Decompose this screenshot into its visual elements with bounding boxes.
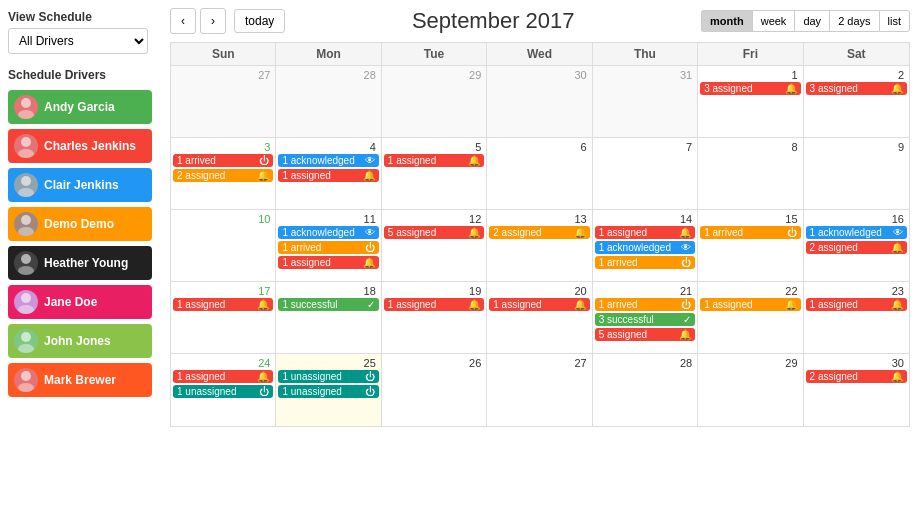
calendar-event[interactable]: 1 unassigned⏻ bbox=[278, 385, 378, 398]
cal-cell[interactable]: 10 bbox=[171, 210, 276, 282]
cal-cell[interactable]: 26 bbox=[382, 354, 487, 426]
calendar-event[interactable]: 1 acknowledged👁 bbox=[278, 154, 378, 167]
cal-cell[interactable]: 13 assigned🔔 bbox=[698, 66, 803, 138]
svg-point-1 bbox=[18, 110, 34, 119]
calendar-event[interactable]: 1 assigned🔔 bbox=[489, 298, 589, 311]
view-btn-day[interactable]: day bbox=[794, 10, 829, 32]
svg-point-4 bbox=[21, 176, 31, 186]
event-label: 1 assigned bbox=[493, 299, 570, 310]
calendar-event[interactable]: 2 assigned🔔 bbox=[806, 241, 907, 254]
calendar-event[interactable]: 1 acknowledged👁 bbox=[595, 241, 695, 254]
cal-cell[interactable]: 191 assigned🔔 bbox=[382, 282, 487, 354]
event-label: 1 assigned bbox=[282, 257, 359, 268]
driver-item[interactable]: John Jones bbox=[8, 324, 152, 358]
calendar-event[interactable]: 1 arrived⏻ bbox=[173, 154, 273, 167]
calendar-event[interactable]: 1 assigned🔔 bbox=[278, 256, 378, 269]
cal-cell[interactable]: 9 bbox=[804, 138, 909, 210]
cal-cell[interactable]: 132 assigned🔔 bbox=[487, 210, 592, 282]
calendar-event[interactable]: 1 assigned🔔 bbox=[595, 226, 695, 239]
today-button[interactable]: today bbox=[234, 9, 285, 33]
event-icon: 🔔 bbox=[574, 227, 586, 238]
calendar-event[interactable]: 1 arrived⏻ bbox=[595, 256, 695, 269]
driver-item[interactable]: Jane Doe bbox=[8, 285, 152, 319]
calendar-event[interactable]: 1 assigned🔔 bbox=[700, 298, 800, 311]
calendar-event[interactable]: 1 unassigned⏻ bbox=[173, 385, 273, 398]
cal-cell[interactable]: 181 successful✓ bbox=[276, 282, 381, 354]
prev-button[interactable]: ‹ bbox=[170, 8, 196, 34]
cal-cell[interactable]: 201 assigned🔔 bbox=[487, 282, 592, 354]
cal-cell[interactable]: 221 assigned🔔 bbox=[698, 282, 803, 354]
event-label: 1 arrived bbox=[177, 155, 256, 166]
cal-cell[interactable]: 241 assigned🔔1 unassigned⏻ bbox=[171, 354, 276, 426]
cal-cell[interactable]: 231 assigned🔔 bbox=[804, 282, 909, 354]
view-btn-2-days[interactable]: 2 days bbox=[829, 10, 878, 32]
calendar-event[interactable]: 2 assigned🔔 bbox=[173, 169, 273, 182]
schedule-drivers-label: Schedule Drivers bbox=[8, 68, 152, 82]
next-button[interactable]: › bbox=[200, 8, 226, 34]
cal-cell[interactable]: 41 acknowledged👁1 assigned🔔 bbox=[276, 138, 381, 210]
calendar-event[interactable]: 2 assigned🔔 bbox=[489, 226, 589, 239]
calendar-event[interactable]: 1 assigned🔔 bbox=[806, 298, 907, 311]
cal-cell[interactable]: 8 bbox=[698, 138, 803, 210]
cal-cell[interactable]: 141 assigned🔔1 acknowledged👁1 arrived⏻ bbox=[593, 210, 698, 282]
calendar-event[interactable]: 2 assigned🔔 bbox=[806, 370, 907, 383]
cal-cell[interactable]: 27 bbox=[171, 66, 276, 138]
calendar-event[interactable]: 1 assigned🔔 bbox=[384, 154, 484, 167]
cal-cell[interactable]: 29 bbox=[382, 66, 487, 138]
driver-item[interactable]: Andy Garcia bbox=[8, 90, 152, 124]
view-btn-list[interactable]: list bbox=[879, 10, 910, 32]
cal-cell[interactable]: 151 arrived⏻ bbox=[698, 210, 803, 282]
cal-cell[interactable]: 171 assigned🔔 bbox=[171, 282, 276, 354]
driver-item[interactable]: Demo Demo bbox=[8, 207, 152, 241]
view-btn-month[interactable]: month bbox=[701, 10, 752, 32]
driver-select[interactable]: All Drivers bbox=[8, 28, 148, 54]
cal-cell[interactable]: 125 assigned🔔 bbox=[382, 210, 487, 282]
calendar-event[interactable]: 5 assigned🔔 bbox=[384, 226, 484, 239]
cal-cell[interactable]: 29 bbox=[698, 354, 803, 426]
cal-cell[interactable]: 6 bbox=[487, 138, 592, 210]
cal-cell[interactable]: 27 bbox=[487, 354, 592, 426]
cal-cell[interactable]: 51 assigned🔔 bbox=[382, 138, 487, 210]
day-number: 5 bbox=[384, 140, 484, 154]
cal-cell[interactable]: 7 bbox=[593, 138, 698, 210]
calendar-event[interactable]: 1 unassigned⏻ bbox=[278, 370, 378, 383]
driver-item[interactable]: Charles Jenkins bbox=[8, 129, 152, 163]
calendar-event[interactable]: 3 assigned🔔 bbox=[806, 82, 907, 95]
driver-item[interactable]: Heather Young bbox=[8, 246, 152, 280]
calendar-event[interactable]: 1 assigned🔔 bbox=[173, 298, 273, 311]
calendar-event[interactable]: 1 assigned🔔 bbox=[173, 370, 273, 383]
day-number: 6 bbox=[489, 140, 589, 154]
cal-cell[interactable]: 31 bbox=[593, 66, 698, 138]
calendar-event[interactable]: 3 assigned🔔 bbox=[700, 82, 800, 95]
cal-cell[interactable]: 211 arrived⏻3 successful✓5 assigned🔔 bbox=[593, 282, 698, 354]
calendar-event[interactable]: 1 assigned🔔 bbox=[278, 169, 378, 182]
cal-cell[interactable]: 23 assigned🔔 bbox=[804, 66, 909, 138]
day-number: 18 bbox=[278, 284, 378, 298]
day-number: 29 bbox=[700, 356, 800, 370]
calendar-event[interactable]: 3 successful✓ bbox=[595, 313, 695, 326]
calendar-event[interactable]: 1 assigned🔔 bbox=[384, 298, 484, 311]
calendar-event[interactable]: 1 arrived⏻ bbox=[700, 226, 800, 239]
cal-cell[interactable]: 28 bbox=[593, 354, 698, 426]
calendar-event[interactable]: 5 assigned🔔 bbox=[595, 328, 695, 341]
event-label: 1 arrived bbox=[599, 257, 678, 268]
cal-cell[interactable]: 161 acknowledged👁2 assigned🔔 bbox=[804, 210, 909, 282]
event-icon: ⏻ bbox=[787, 227, 797, 238]
event-label: 1 assigned bbox=[704, 299, 781, 310]
cal-cell[interactable]: 251 unassigned⏻1 unassigned⏻ bbox=[276, 354, 381, 426]
calendar-event[interactable]: 1 acknowledged👁 bbox=[806, 226, 907, 239]
calendar-event[interactable]: 1 arrived⏻ bbox=[278, 241, 378, 254]
event-label: 2 assigned bbox=[810, 242, 888, 253]
cal-cell[interactable]: 302 assigned🔔 bbox=[804, 354, 909, 426]
calendar-event[interactable]: 1 acknowledged👁 bbox=[278, 226, 378, 239]
calendar-event[interactable]: 1 arrived⏻ bbox=[595, 298, 695, 311]
calendar-event[interactable]: 1 successful✓ bbox=[278, 298, 378, 311]
cal-cell[interactable]: 30 bbox=[487, 66, 592, 138]
day-number: 21 bbox=[595, 284, 695, 298]
cal-cell[interactable]: 111 acknowledged👁1 arrived⏻1 assigned🔔 bbox=[276, 210, 381, 282]
driver-item[interactable]: Clair Jenkins bbox=[8, 168, 152, 202]
driver-item[interactable]: Mark Brewer bbox=[8, 363, 152, 397]
cal-cell[interactable]: 28 bbox=[276, 66, 381, 138]
cal-cell[interactable]: 31 arrived⏻2 assigned🔔 bbox=[171, 138, 276, 210]
view-btn-week[interactable]: week bbox=[752, 10, 795, 32]
